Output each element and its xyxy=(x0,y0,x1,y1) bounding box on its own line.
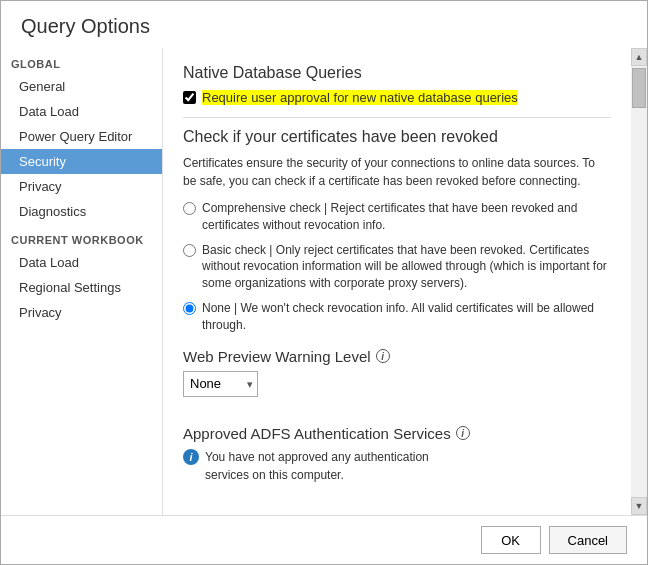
adfs-title: Approved ADFS Authentication Services xyxy=(183,425,451,442)
divider1 xyxy=(183,117,611,118)
radio-comprehensive-input[interactable] xyxy=(183,202,196,215)
radio-none-label: None | We won't check revocation info. A… xyxy=(202,300,611,334)
global-section-label: GLOBAL xyxy=(1,48,162,74)
native-db-checkbox-label[interactable]: Require user approval for new native dat… xyxy=(202,90,518,105)
scrollbar-track: ▲ ▼ xyxy=(631,48,647,515)
ok-button[interactable]: OK xyxy=(481,526,541,554)
sidebar-item-power-query-editor[interactable]: Power Query Editor xyxy=(1,124,162,149)
web-preview-dropdown[interactable]: None Low Medium High xyxy=(183,371,258,397)
sidebar-item-privacy[interactable]: Privacy xyxy=(1,174,162,199)
scroll-thumb[interactable] xyxy=(632,68,646,108)
radio-basic-input[interactable] xyxy=(183,244,196,257)
adfs-info-row: i You have not approved any authenticati… xyxy=(183,448,611,484)
adfs-message-line1: You have not approved any authentication xyxy=(205,450,429,464)
dialog-title: Query Options xyxy=(1,1,647,48)
radio-none: None | We won't check revocation info. A… xyxy=(183,300,611,334)
native-db-checkbox[interactable] xyxy=(183,91,196,104)
sidebar-item-cw-privacy[interactable]: Privacy xyxy=(1,300,162,325)
sidebar: GLOBAL General Data Load Power Query Edi… xyxy=(1,48,163,515)
query-options-dialog: Query Options GLOBAL General Data Load P… xyxy=(0,0,648,565)
adfs-info-icon: i xyxy=(456,426,470,440)
radio-none-input[interactable] xyxy=(183,302,196,315)
sidebar-item-cw-regional-settings[interactable]: Regional Settings xyxy=(1,275,162,300)
adfs-blue-info-icon: i xyxy=(183,449,199,465)
sidebar-item-security[interactable]: Security xyxy=(1,149,162,174)
radio-basic: Basic check | Only reject certificates t… xyxy=(183,242,611,292)
dialog-body: GLOBAL General Data Load Power Query Edi… xyxy=(1,48,647,515)
web-preview-info-icon: i xyxy=(376,349,390,363)
sidebar-item-general[interactable]: General xyxy=(1,74,162,99)
adfs-message: You have not approved any authentication… xyxy=(205,448,429,484)
cert-description: Certificates ensure the security of your… xyxy=(183,154,611,190)
native-db-title: Native Database Queries xyxy=(183,64,611,82)
web-preview-title-row: Web Preview Warning Level i xyxy=(183,348,611,365)
web-preview-title: Web Preview Warning Level xyxy=(183,348,371,365)
cancel-button[interactable]: Cancel xyxy=(549,526,627,554)
scroll-up-button[interactable]: ▲ xyxy=(631,48,647,66)
radio-comprehensive-label: Comprehensive check | Reject certificate… xyxy=(202,200,611,234)
sidebar-item-cw-data-load[interactable]: Data Load xyxy=(1,250,162,275)
radio-group-cert: Comprehensive check | Reject certificate… xyxy=(183,200,611,334)
adfs-title-row: Approved ADFS Authentication Services i xyxy=(183,425,611,442)
radio-comprehensive: Comprehensive check | Reject certificate… xyxy=(183,200,611,234)
adfs-message-line2: services on this computer. xyxy=(205,468,344,482)
sidebar-item-data-load[interactable]: Data Load xyxy=(1,99,162,124)
native-db-checkbox-row: Require user approval for new native dat… xyxy=(183,90,611,105)
web-preview-dropdown-wrapper: None Low Medium High xyxy=(183,371,258,397)
radio-basic-label: Basic check | Only reject certificates t… xyxy=(202,242,611,292)
current-workbook-section-label: CURRENT WORKBOOK xyxy=(1,224,162,250)
scroll-down-button[interactable]: ▼ xyxy=(631,497,647,515)
dialog-footer: OK Cancel xyxy=(1,515,647,564)
cert-title: Check if your certificates have been rev… xyxy=(183,128,611,146)
main-content: Native Database Queries Require user app… xyxy=(163,48,631,515)
sidebar-item-diagnostics[interactable]: Diagnostics xyxy=(1,199,162,224)
